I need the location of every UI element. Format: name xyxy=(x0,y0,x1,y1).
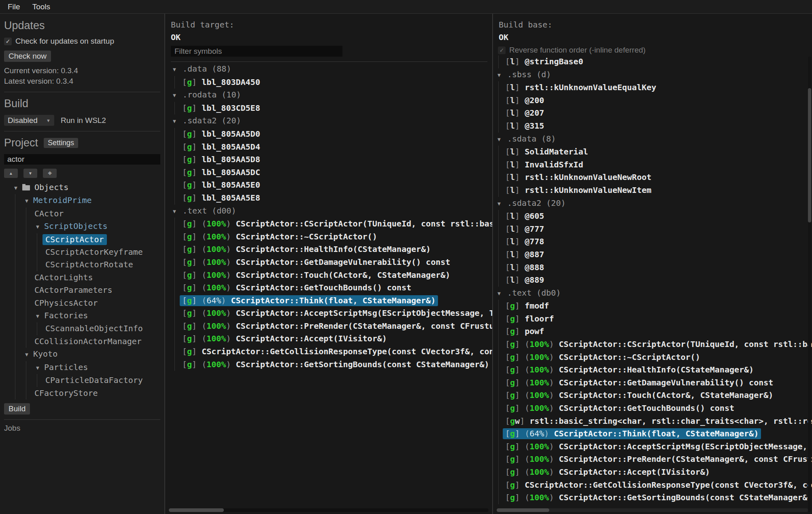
symbol-row[interactable]: [g] (100%) CScriptActor::Accept(IVisitor… xyxy=(499,466,812,479)
section-collapse-arrow-icon[interactable]: ▼ xyxy=(497,69,507,82)
tree-expand-arrow-icon[interactable]: ▼ xyxy=(14,182,22,194)
menu-item-tools[interactable]: Tools xyxy=(32,2,50,11)
tree-item-row[interactable]: CScannableObjectInfo xyxy=(37,322,160,335)
symbol-row[interactable]: [l] @200 xyxy=(499,94,812,107)
check-now-button[interactable]: Check now xyxy=(4,51,51,62)
target-horizontal-scrollbar[interactable] xyxy=(169,508,489,512)
symbol-row[interactable]: [l] @stringBase0 xyxy=(499,55,812,68)
symbol-row[interactable]: [g] (100%) CScriptActor::HealthInfo(CSta… xyxy=(175,243,492,256)
tree-expand-arrow-icon[interactable]: ▼ xyxy=(25,348,33,361)
section-collapse-arrow-icon[interactable]: ▼ xyxy=(173,205,183,218)
project-search-input[interactable] xyxy=(4,154,160,165)
tree-folder-row[interactable]: ▼Factories xyxy=(26,309,160,322)
section-header[interactable]: ▼.rodata (10) xyxy=(165,89,492,102)
symbol-row[interactable]: [g] (100%) CScriptActor::AcceptScriptMsg… xyxy=(175,307,492,320)
check-updates-checkbox[interactable]: ✓ xyxy=(4,38,12,45)
section-collapse-arrow-icon[interactable]: ▼ xyxy=(497,197,507,210)
tree-item-row[interactable]: CParticleDataFactory xyxy=(37,374,160,387)
symbol-row[interactable]: [g] (100%) CScriptActor::Accept(IVisitor… xyxy=(175,332,492,345)
symbol-row[interactable]: [g] (100%) CScriptActor::CScriptActor(TU… xyxy=(499,338,812,351)
section-header[interactable]: ▼.data (88) xyxy=(165,63,492,76)
symbol-row[interactable]: [l] @777 xyxy=(499,223,812,236)
window-vertical-scrollbar[interactable] xyxy=(808,57,811,512)
symbol-row[interactable]: [g] (64%) CScriptActor::Think(float, CSt… xyxy=(499,427,812,440)
tree-folder-row[interactable]: ▼MetroidPrime xyxy=(15,194,160,207)
symbol-row[interactable]: [gw] rstl::basic_string<char, rstl::char… xyxy=(499,415,812,428)
symbol-row[interactable]: [g] (100%) CScriptActor::CScriptActor(TU… xyxy=(175,218,492,231)
tree-item-row[interactable]: CActor xyxy=(26,207,160,220)
symbol-row[interactable]: [g] (100%) CScriptActor::GetTouchBounds(… xyxy=(499,402,812,415)
symbol-row[interactable]: [g] (100%) CScriptActor::GetTouchBounds(… xyxy=(175,281,492,294)
tree-expand-arrow-icon[interactable]: ▼ xyxy=(25,195,33,207)
tree-folder-row[interactable]: ▼Particles xyxy=(26,361,160,374)
symbol-row[interactable]: [g] fmodf xyxy=(499,300,812,313)
symbol-row[interactable]: [g] floorf xyxy=(499,313,812,326)
symbol-row[interactable]: [l] @888 xyxy=(499,261,812,274)
section-collapse-arrow-icon[interactable]: ▼ xyxy=(497,287,507,300)
base-horizontal-scrollbar[interactable] xyxy=(497,508,808,512)
symbol-row[interactable]: [g] (64%) CScriptActor::Think(float, CSt… xyxy=(175,294,492,307)
tree-item-row[interactable]: CPhysicsActor xyxy=(26,297,160,309)
symbol-row[interactable]: [g] lbl_805AA5D0 xyxy=(175,128,492,141)
symbol-row[interactable]: [g] (100%) CScriptActor::AcceptScriptMsg… xyxy=(499,440,812,453)
symbol-row[interactable]: [l] rstl::kUnknownValueNewItem xyxy=(499,184,812,197)
tree-item-row[interactable]: CScriptActorKeyframe xyxy=(37,246,160,258)
symbol-row[interactable]: [l] @889 xyxy=(499,274,812,287)
symbol-row[interactable]: [g] powf xyxy=(499,325,812,338)
tree-item-row[interactable]: CScriptActor xyxy=(37,233,160,246)
symbol-row[interactable]: [l] @778 xyxy=(499,235,812,248)
symbol-row[interactable]: [g] CScriptActor::GetCollisionResponseTy… xyxy=(175,345,492,358)
next-match-button[interactable]: ▼ xyxy=(23,169,37,178)
symbol-row[interactable]: [g] (100%) CScriptActor::HealthInfo(CSta… xyxy=(499,364,812,377)
symbol-row[interactable]: [l] @207 xyxy=(499,107,812,120)
build-button[interactable]: Build xyxy=(4,403,30,415)
symbol-row[interactable]: [g] (100%) CScriptActor::Touch(CActor&, … xyxy=(175,269,492,282)
tree-expand-arrow-icon[interactable]: ▼ xyxy=(36,362,44,374)
tree-item-row[interactable]: CScriptActorRotate xyxy=(37,258,160,271)
vertical-scrollbar-thumb[interactable] xyxy=(808,88,811,222)
tree-folder-row[interactable]: ▼Objects xyxy=(4,181,160,194)
target-hscroll-thumb[interactable] xyxy=(169,508,224,512)
symbol-row[interactable]: [g] (100%) CScriptActor::~CScriptActor() xyxy=(499,351,812,364)
symbol-row[interactable]: [g] lbl_803CD5E8 xyxy=(175,102,492,115)
tree-item-row[interactable]: CActorParameters xyxy=(26,284,160,296)
symbol-row[interactable]: [g] lbl_805AA5E8 xyxy=(175,192,492,205)
prev-match-button[interactable]: ▲ xyxy=(4,169,18,178)
symbol-row[interactable]: [g] (100%) CScriptActor::GetDamageVulner… xyxy=(499,377,812,389)
symbol-row[interactable]: [l] rstl::kUnknownValueEqualKey xyxy=(499,81,812,94)
section-header[interactable]: ▼.sdata (8) xyxy=(493,133,812,146)
tree-item-row[interactable]: CFactoryStore xyxy=(26,387,160,400)
section-collapse-arrow-icon[interactable]: ▼ xyxy=(173,63,183,76)
section-header[interactable]: ▼.sdata2 (20) xyxy=(165,114,492,128)
symbol-row[interactable]: [g] (100%) CScriptActor::GetDamageVulner… xyxy=(175,256,492,269)
reverse-order-checkbox[interactable]: ✓ xyxy=(498,47,506,54)
section-collapse-arrow-icon[interactable]: ▼ xyxy=(173,89,183,102)
symbol-row[interactable]: [g] CScriptActor::GetCollisionResponseTy… xyxy=(499,479,812,492)
menu-item-file[interactable]: File xyxy=(8,2,20,11)
section-collapse-arrow-icon[interactable]: ▼ xyxy=(173,115,183,128)
symbol-row[interactable]: [g] lbl_805AA5DC xyxy=(175,166,492,179)
symbol-row[interactable]: [l] @315 xyxy=(499,120,812,133)
build-mode-select[interactable]: Disabled ▼ xyxy=(4,115,54,126)
filter-symbols-input[interactable] xyxy=(171,46,342,57)
symbol-row[interactable]: [g] (100%) CScriptActor::PreRender(CStat… xyxy=(175,320,492,333)
symbol-row[interactable]: [l] SolidMaterial xyxy=(499,146,812,159)
symbol-row[interactable]: [g] lbl_805AA5D8 xyxy=(175,153,492,166)
tree-folder-row[interactable]: ▼Kyoto xyxy=(15,348,160,361)
section-header[interactable]: ▼.text (d00) xyxy=(165,205,492,218)
tree-item-row[interactable]: CActorLights xyxy=(26,271,160,284)
symbol-row[interactable]: [g] (100%) CScriptActor::Touch(CActor&, … xyxy=(499,389,812,402)
tree-expand-arrow-icon[interactable]: ▼ xyxy=(36,310,44,322)
symbol-row[interactable]: [g] (100%) CScriptActor::~CScriptActor() xyxy=(175,231,492,243)
section-header[interactable]: ▼.sdata2 (20) xyxy=(493,197,812,210)
tree-expand-arrow-icon[interactable]: ▼ xyxy=(36,220,44,233)
tree-folder-row[interactable]: ▼ScriptObjects xyxy=(26,220,160,233)
section-header[interactable]: ▼.sbss (d) xyxy=(493,68,812,82)
symbol-row[interactable]: [l] rstl::kUnknownValueNewRoot xyxy=(499,171,812,184)
tree-item-row[interactable]: CCollisionActorManager xyxy=(26,335,160,348)
symbol-row[interactable]: [l] @605 xyxy=(499,210,812,223)
project-settings-button[interactable]: Settings xyxy=(44,138,78,148)
symbol-row[interactable]: [l] InvalidSfxId xyxy=(499,159,812,171)
symbol-row[interactable]: [l] @887 xyxy=(499,248,812,261)
symbol-row[interactable]: [g] lbl_805AA5E0 xyxy=(175,179,492,192)
